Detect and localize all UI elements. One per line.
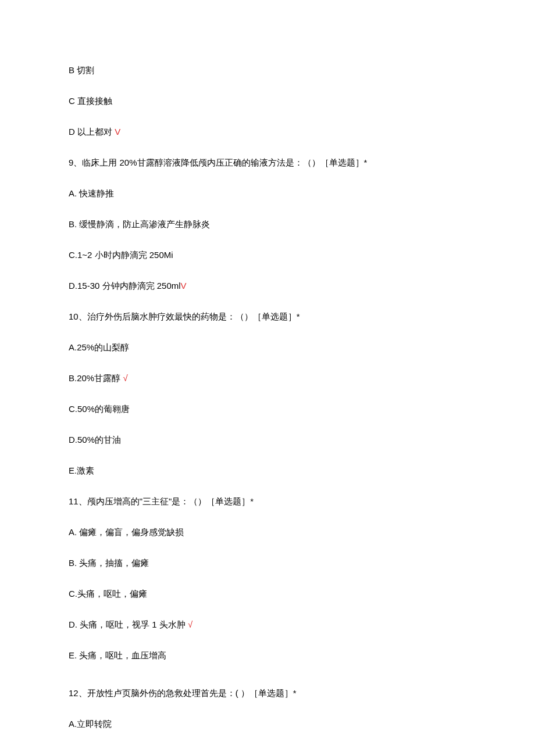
correct-mark-icon: √ xyxy=(123,373,127,383)
q9-stem: 9、临床上用 20%甘露醇溶液降低颅内压正确的输液方法是：（）［单选题］* xyxy=(69,156,466,169)
q10-option-c: C.50%的葡翱唐 xyxy=(69,403,466,415)
q11-stem-text: 11、颅内压增高的"三主征"是：（）［单选题］* xyxy=(69,496,254,506)
q12-stem: 12、开放性卢页脑外伤的急救处理首先是：( ）［单选题］* xyxy=(69,687,466,699)
q10-stem: 10、治疗外伤后脑水肿疗效最快的药物是：（）［单选题］* xyxy=(69,310,466,323)
q11-option-c: C.头痛，呕吐，偏瘫 xyxy=(69,587,466,600)
q11-option-e-text: E. 头痛，呕吐，血压增高 xyxy=(69,650,166,660)
q12-option-a: A.立即转院 xyxy=(69,718,466,730)
q11-option-d: D. 头痛，呕吐，视孚 1 头水肿 √ xyxy=(69,618,466,630)
q12-stem-text: 12、开放性卢页脑外伤的急救处理首先是：( ）［单选题］* xyxy=(69,688,297,698)
q11-option-e: E. 头痛，呕吐，血压增高 xyxy=(69,649,466,661)
q9-option-d: D.15-30 分钟内静滴完 250mlV xyxy=(69,280,466,292)
q8-option-c-text: C 直接接触 xyxy=(69,96,112,106)
q10-option-e-text: E.激素 xyxy=(69,465,94,475)
q9-option-b-text: B. 缓慢静滴，防止高渗液产生静脉炎 xyxy=(69,219,210,229)
q10-stem-text: 10、治疗外伤后脑水肿疗效最快的药物是：（）［单选题］* xyxy=(69,311,300,321)
q8-option-b: B 切割 xyxy=(69,64,466,76)
q9-stem-text: 9、临床上用 20%甘露醇溶液降低颅内压正确的输液方法是：（）［单选题］* xyxy=(69,157,367,167)
q9-option-d-text: D.15-30 分钟内静滴完 250ml xyxy=(69,281,181,291)
correct-mark-icon: √ xyxy=(188,619,192,629)
q8-option-d-text: D 以上都对 xyxy=(69,127,115,137)
q11-option-b: B. 头痛，抽搐，偏瘫 xyxy=(69,557,466,569)
q8-option-b-text: B 切割 xyxy=(69,65,94,75)
q10-option-a: A.25%的山梨醇 xyxy=(69,341,466,353)
q8-option-c: C 直接接触 xyxy=(69,95,466,107)
q10-option-d-text: D.50%的甘油 xyxy=(69,435,121,445)
q8-option-d: D 以上都对 V xyxy=(69,126,466,138)
q11-option-c-text: C.头痛，呕吐，偏瘫 xyxy=(69,589,147,599)
q11-option-d-text: D. 头痛，呕吐，视孚 1 头水肿 xyxy=(69,619,188,629)
q10-option-c-text: C.50%的葡翱唐 xyxy=(69,404,130,414)
q10-option-e: E.激素 xyxy=(69,464,466,476)
q9-option-c-text: C.1~2 小时内静滴完 250Mi xyxy=(69,250,173,260)
q12-option-a-text: A.立即转院 xyxy=(69,719,112,729)
q10-option-b-text: B.20%甘露醇 xyxy=(69,373,123,383)
q9-option-b: B. 缓慢静滴，防止高渗液产生静脉炎 xyxy=(69,218,466,230)
q11-option-a-text: A. 偏瘫，偏盲，偏身感觉缺损 xyxy=(69,527,184,537)
q11-option-b-text: B. 头痛，抽搐，偏瘫 xyxy=(69,558,149,568)
q10-option-b: B.20%甘露醇 √ xyxy=(69,372,466,384)
q10-option-d: D.50%的甘油 xyxy=(69,433,466,446)
q9-option-c: C.1~2 小时内静滴完 250Mi xyxy=(69,249,466,261)
correct-mark-icon: V xyxy=(115,127,120,137)
q9-option-a: A. 快速静推 xyxy=(69,187,466,199)
q10-option-a-text: A.25%的山梨醇 xyxy=(69,342,129,352)
q9-option-a-text: A. 快速静推 xyxy=(69,188,114,198)
q11-option-a: A. 偏瘫，偏盲，偏身感觉缺损 xyxy=(69,526,466,538)
q11-stem: 11、颅内压增高的"三主征"是：（）［单选题］* xyxy=(69,495,466,507)
correct-mark-icon: V xyxy=(181,281,187,291)
